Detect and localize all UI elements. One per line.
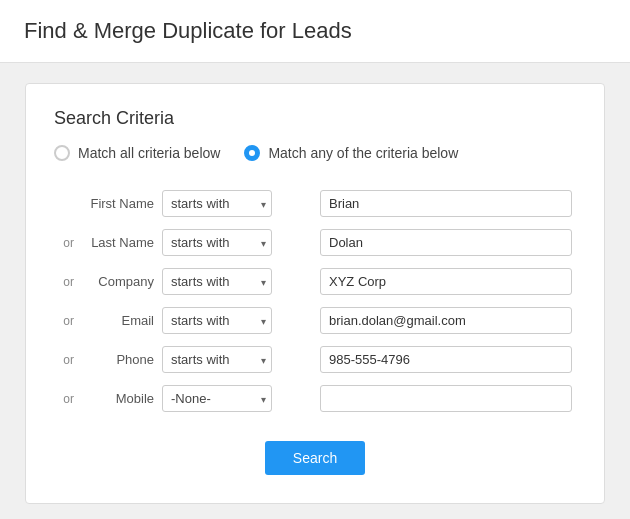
value-input[interactable] bbox=[320, 190, 572, 217]
criteria-cell: starts withequalscontains-None-▾ bbox=[158, 304, 316, 337]
table-row: orMobilestarts withequalscontains-None-▾ bbox=[54, 382, 576, 415]
radio-match-all-circle bbox=[54, 145, 70, 161]
value-input[interactable] bbox=[320, 346, 572, 373]
field-label: Phone bbox=[78, 343, 158, 376]
main-content: Search Criteria Match all criteria below… bbox=[0, 63, 630, 519]
or-label: or bbox=[54, 265, 78, 298]
field-label: First Name bbox=[78, 187, 158, 220]
value-input[interactable] bbox=[320, 385, 572, 412]
value-cell bbox=[316, 343, 576, 376]
criteria-select[interactable]: starts withequalscontains-None- bbox=[162, 229, 272, 256]
section-title: Search Criteria bbox=[54, 108, 576, 129]
table-row: orCompanystarts withequalscontains-None-… bbox=[54, 265, 576, 298]
value-input[interactable] bbox=[320, 268, 572, 295]
criteria-select[interactable]: starts withequalscontains-None- bbox=[162, 346, 272, 373]
field-label: Email bbox=[78, 304, 158, 337]
field-label: Mobile bbox=[78, 382, 158, 415]
criteria-select[interactable]: starts withequalscontains-None- bbox=[162, 190, 272, 217]
or-label bbox=[54, 187, 78, 220]
page-title: Find & Merge Duplicate for Leads bbox=[24, 18, 606, 44]
field-label: Company bbox=[78, 265, 158, 298]
table-row: orEmailstarts withequalscontains-None-▾ bbox=[54, 304, 576, 337]
radio-match-any-label: Match any of the criteria below bbox=[268, 145, 458, 161]
or-label: or bbox=[54, 226, 78, 259]
criteria-select[interactable]: starts withequalscontains-None- bbox=[162, 268, 272, 295]
radio-match-all[interactable]: Match all criteria below bbox=[54, 145, 220, 161]
criteria-cell: starts withequalscontains-None-▾ bbox=[158, 265, 316, 298]
criteria-cell: starts withequalscontains-None-▾ bbox=[158, 343, 316, 376]
table-row: First Namestarts withequalscontains-None… bbox=[54, 187, 576, 220]
page-header: Find & Merge Duplicate for Leads bbox=[0, 0, 630, 63]
value-cell bbox=[316, 265, 576, 298]
value-cell bbox=[316, 382, 576, 415]
fields-table: First Namestarts withequalscontains-None… bbox=[54, 181, 576, 421]
radio-match-any[interactable]: Match any of the criteria below bbox=[244, 145, 458, 161]
or-label: or bbox=[54, 382, 78, 415]
criteria-cell: starts withequalscontains-None-▾ bbox=[158, 382, 316, 415]
radio-match-any-circle bbox=[244, 145, 260, 161]
search-btn-row: Search bbox=[54, 441, 576, 475]
search-card: Search Criteria Match all criteria below… bbox=[25, 83, 605, 504]
radio-group: Match all criteria below Match any of th… bbox=[54, 145, 576, 161]
value-cell bbox=[316, 187, 576, 220]
value-input[interactable] bbox=[320, 307, 572, 334]
criteria-select[interactable]: starts withequalscontains-None- bbox=[162, 385, 272, 412]
radio-match-all-label: Match all criteria below bbox=[78, 145, 220, 161]
search-button[interactable]: Search bbox=[265, 441, 365, 475]
value-input[interactable] bbox=[320, 229, 572, 256]
value-cell bbox=[316, 304, 576, 337]
table-row: orPhonestarts withequalscontains-None-▾ bbox=[54, 343, 576, 376]
or-label: or bbox=[54, 343, 78, 376]
or-label: or bbox=[54, 304, 78, 337]
criteria-cell: starts withequalscontains-None-▾ bbox=[158, 226, 316, 259]
criteria-select[interactable]: starts withequalscontains-None- bbox=[162, 307, 272, 334]
value-cell bbox=[316, 226, 576, 259]
table-row: orLast Namestarts withequalscontains-Non… bbox=[54, 226, 576, 259]
field-label: Last Name bbox=[78, 226, 158, 259]
criteria-cell: starts withequalscontains-None-▾ bbox=[158, 187, 316, 220]
